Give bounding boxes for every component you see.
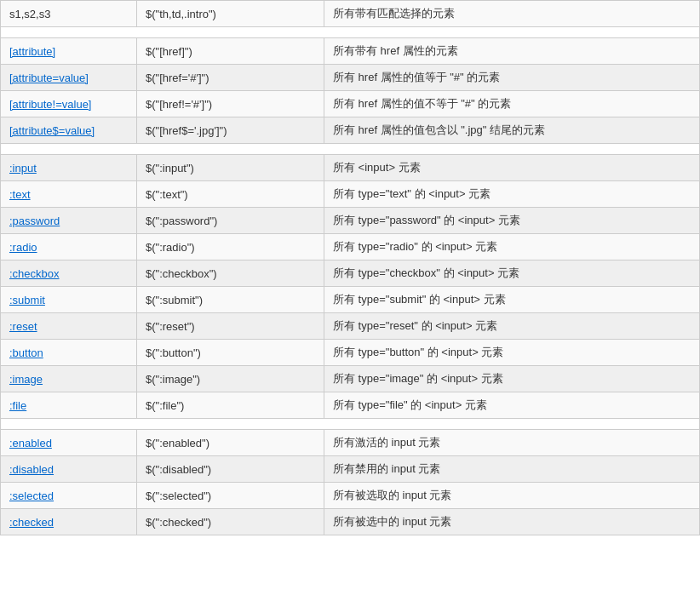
col3-cell: 所有 href 属性的值包含以 ".jpg" 结尾的元素 (324, 117, 700, 144)
selector-link[interactable]: :enabled (9, 437, 52, 449)
selector-link[interactable]: :file (9, 399, 26, 412)
col2-cell: $(":reset") (137, 313, 324, 340)
col3-cell: 所有 <input> 元素 (324, 155, 700, 181)
col1-cell[interactable]: :disabled (1, 456, 137, 483)
table-row: :checkbox$(":checkbox")所有 type="checkbox… (1, 260, 700, 287)
selector-link[interactable]: :radio (9, 241, 37, 254)
col3-cell: 所有激活的 input 元素 (324, 430, 700, 456)
table-row: :disabled$(":disabled")所有禁用的 input 元素 (1, 456, 700, 483)
col2-cell: $(":file") (137, 392, 324, 419)
table-row: :text$(":text")所有 type="text" 的 <input> … (1, 181, 700, 208)
selector-link[interactable]: :reset (9, 320, 37, 333)
col2-cell: $(":checked") (137, 509, 324, 535)
col2-cell: $(":radio") (137, 234, 324, 260)
table-row: :reset$(":reset")所有 type="reset" 的 <inpu… (1, 313, 700, 340)
col3-cell: 所有 type="file" 的 <input> 元素 (324, 392, 700, 419)
col2-cell: $("th,td,.intro") (137, 1, 324, 27)
selector-table: s1,s2,s3$("th,td,.intro")所有带有匹配选择的元素[att… (0, 0, 700, 535)
col1-cell[interactable]: :reset (1, 313, 137, 340)
col3-cell: 所有带有 href 属性的元素 (324, 38, 700, 65)
col2-cell: $(":checkbox") (137, 260, 324, 287)
col3-cell: 所有带有匹配选择的元素 (324, 1, 700, 27)
col3-cell: 所有 href 属性的值等于 "#" 的元素 (324, 65, 700, 91)
col1-cell[interactable]: :image (1, 366, 137, 392)
selector-link[interactable]: :selected (9, 489, 54, 502)
table-row: [attribute=value]$("[href='#']")所有 href … (1, 65, 700, 91)
col2-cell: $("[href]") (137, 38, 324, 65)
table-row: :input$(":input")所有 <input> 元素 (1, 155, 700, 181)
col1-cell[interactable]: :radio (1, 234, 137, 260)
col1-cell[interactable]: :text (1, 181, 137, 208)
table-row: :button$(":button")所有 type="button" 的 <i… (1, 340, 700, 366)
table-row: :submit$(":submit")所有 type="submit" 的 <i… (1, 287, 700, 313)
selector-link[interactable]: :password (9, 215, 60, 227)
table-row: :file$(":file")所有 type="file" 的 <input> … (1, 392, 700, 419)
table-row: :enabled$(":enabled")所有激活的 input 元素 (1, 430, 700, 456)
selector-link[interactable]: :disabled (9, 463, 54, 476)
table-row: [attribute!=value]$("[href!='#']")所有 hre… (1, 91, 700, 117)
col1-cell[interactable]: :checkbox (1, 260, 137, 287)
col2-cell: $(":enabled") (137, 430, 324, 456)
col2-cell: $("[href$='.jpg']") (137, 117, 324, 144)
table-row: [attribute$=value]$("[href$='.jpg']")所有 … (1, 117, 700, 144)
selector-link[interactable]: [attribute=value] (9, 72, 89, 84)
col2-cell: $(":selected") (137, 483, 324, 509)
col1-cell[interactable]: [attribute=value] (1, 65, 137, 91)
col3-cell: 所有 href 属性的值不等于 "#" 的元素 (324, 91, 700, 117)
col2-cell: $("[href='#']") (137, 65, 324, 91)
selector-link[interactable]: :input (9, 162, 37, 175)
separator-row (1, 27, 700, 38)
separator-row (1, 144, 700, 155)
col2-cell: $(":image") (137, 366, 324, 392)
col1-cell[interactable]: :password (1, 208, 137, 234)
table-row: :image$(":image")所有 type="image" 的 <inpu… (1, 366, 700, 392)
col2-cell: $(":submit") (137, 287, 324, 313)
selector-link[interactable]: :text (9, 188, 31, 201)
col1-cell[interactable]: :file (1, 392, 137, 419)
separator-row (1, 419, 700, 430)
col3-cell: 所有 type="checkbox" 的 <input> 元素 (324, 260, 700, 287)
col3-cell: 所有 type="button" 的 <input> 元素 (324, 340, 700, 366)
col2-cell: $("[href!='#']") (137, 91, 324, 117)
selector-link[interactable]: :checked (9, 516, 54, 529)
selector-link[interactable]: :image (9, 373, 43, 386)
col2-cell: $(":disabled") (137, 456, 324, 483)
col3-cell: 所有 type="image" 的 <input> 元素 (324, 366, 700, 392)
col2-cell: $(":button") (137, 340, 324, 366)
col1-cell[interactable]: [attribute$=value] (1, 117, 137, 144)
col1-cell[interactable]: :button (1, 340, 137, 366)
col1-cell[interactable]: :checked (1, 509, 137, 535)
col3-cell: 所有 type="submit" 的 <input> 元素 (324, 287, 700, 313)
selector-link[interactable]: [attribute!=value] (9, 98, 91, 111)
col1-cell[interactable]: :input (1, 155, 137, 181)
table-row: :radio$(":radio")所有 type="radio" 的 <inpu… (1, 234, 700, 260)
selector-link[interactable]: :submit (9, 294, 45, 306)
col3-cell: 所有 type="reset" 的 <input> 元素 (324, 313, 700, 340)
selector-link[interactable]: [attribute] (9, 45, 55, 58)
col1-cell[interactable]: :submit (1, 287, 137, 313)
table-row: [attribute]$("[href]")所有带有 href 属性的元素 (1, 38, 700, 65)
col1-cell[interactable]: :selected (1, 483, 137, 509)
col3-cell: 所有 type="text" 的 <input> 元素 (324, 181, 700, 208)
col3-cell: 所有 type="password" 的 <input> 元素 (324, 208, 700, 234)
col3-cell: 所有被选中的 input 元素 (324, 509, 700, 535)
col2-cell: $(":text") (137, 181, 324, 208)
col2-cell: $(":password") (137, 208, 324, 234)
col3-cell: 所有禁用的 input 元素 (324, 456, 700, 483)
table-row: :password$(":password")所有 type="password… (1, 208, 700, 234)
col3-cell: 所有 type="radio" 的 <input> 元素 (324, 234, 700, 260)
table-row: :checked$(":checked")所有被选中的 input 元素 (1, 509, 700, 535)
col3-cell: 所有被选取的 input 元素 (324, 483, 700, 509)
col1-cell[interactable]: :enabled (1, 430, 137, 456)
table-row: :selected$(":selected")所有被选取的 input 元素 (1, 483, 700, 509)
col1-cell: s1,s2,s3 (1, 1, 137, 27)
selector-link[interactable]: :checkbox (9, 267, 60, 280)
col1-cell[interactable]: [attribute!=value] (1, 91, 137, 117)
selector-link[interactable]: [attribute$=value] (9, 124, 95, 137)
col2-cell: $(":input") (137, 155, 324, 181)
col1-cell[interactable]: [attribute] (1, 38, 137, 65)
selector-link[interactable]: :button (9, 346, 43, 359)
table-row: s1,s2,s3$("th,td,.intro")所有带有匹配选择的元素 (1, 1, 700, 27)
